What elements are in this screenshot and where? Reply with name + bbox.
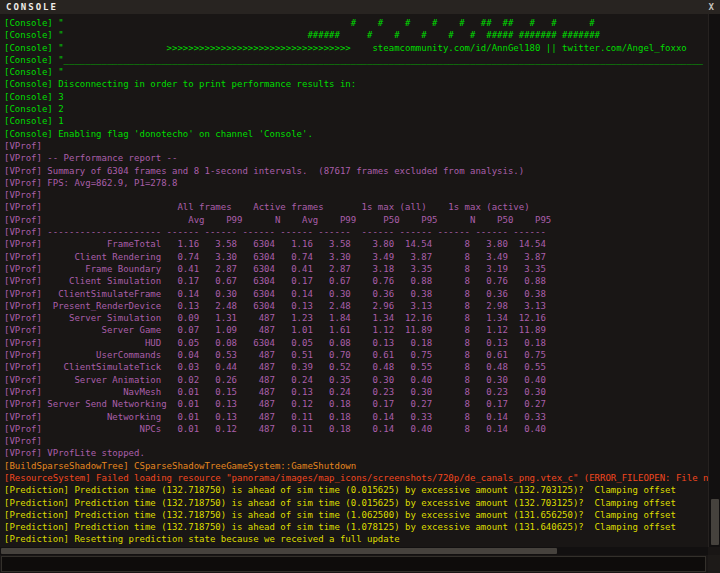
console-line: [VProf] HUD 0.05 0.08 6304 0.05 0.08 0.1…: [4, 337, 708, 349]
console-line: [VProf] ClientSimulateTick 0.03 0.44 487…: [4, 361, 708, 373]
console-line: [Prediction] Prediction time (132.718750…: [4, 509, 708, 521]
console-line: [Console] 1: [4, 115, 708, 127]
console-line: [VProf] Summary of 6304 frames and 8 1-s…: [4, 165, 708, 177]
console-output[interactable]: [Console] " # # # # # ## ## # # #[Consol…: [0, 14, 708, 547]
console-line: [Console] 2: [4, 103, 708, 115]
console-line: [VProf] -- Performance report --: [4, 152, 708, 164]
console-line: [Console] 3: [4, 91, 708, 103]
console-line: [Console] Disconnecting in order to prin…: [4, 78, 708, 90]
console-window: CONSOLE X [Console] " # # # # # ## ## # …: [0, 0, 720, 573]
console-line: [VProf] Server Send Networking 0.01 0.13…: [4, 398, 708, 410]
console-line: [Prediction] Prediction time (132.718750…: [4, 497, 708, 509]
console-line: [VProf] Present_RenderDevice 0.13 2.48 6…: [4, 300, 708, 312]
vertical-scrollbar[interactable]: [708, 14, 720, 547]
console-line: [VProf] ClientSimulateFrame 0.14 0.30 63…: [4, 288, 708, 300]
vertical-scrollbar-thumb[interactable]: [711, 499, 719, 545]
console-line: [VProf] Client Simulation 0.17 0.67 6304…: [4, 275, 708, 287]
command-input[interactable]: [1, 556, 706, 572]
close-button[interactable]: X: [709, 2, 714, 12]
console-line: [VProf] --------------------- ------ ---…: [4, 226, 708, 238]
console-line: [Prediction] Prediction time (132.718750…: [4, 484, 708, 496]
console-line: [VProf] FPS: Avg=862.9, P1=278.8: [4, 177, 708, 189]
console-line: [VProf] VProfLite stopped.: [4, 447, 708, 459]
console-line: [Prediction] Resetting prediction state …: [4, 533, 708, 545]
console-line: [Console] ": [4, 66, 708, 78]
console-line: [VProf] UserCommands 0.04 0.53 487 0.51 …: [4, 349, 708, 361]
window-title: CONSOLE: [6, 2, 58, 12]
console-line: [VProf] FrameTotal 1.16 3.58 6304 1.16 3…: [4, 238, 708, 250]
console-line: [VProf] Server Simulation 0.09 1.31 487 …: [4, 312, 708, 324]
console-line: [Console] " >>>>>>>>>>>>>>>>>>>>>>>>>>>>…: [4, 42, 708, 54]
horizontal-scrollbar[interactable]: [0, 547, 708, 555]
console-line: [BuildSparseShadowTree] CSparseShadowTre…: [4, 460, 708, 472]
horizontal-scrollbar-thumb[interactable]: [1, 548, 557, 554]
console-line: [VProf] NavMesh 0.01 0.15 487 0.13 0.24 …: [4, 386, 708, 398]
console-line: [ResourceSystem] Failed loading resource…: [4, 472, 708, 484]
titlebar[interactable]: CONSOLE X: [0, 0, 720, 14]
console-line: [Console] Enabling flag 'donotecho' on c…: [4, 128, 708, 140]
console-line: [Console] "_____________________________…: [4, 54, 708, 66]
console-line: [VProf] All frames Active frames 1s max …: [4, 201, 708, 213]
console-line: [Console] " ###### # # # # # ##### #####…: [4, 29, 708, 41]
scrollbar-corner: [708, 555, 720, 573]
console-line: [VProf]: [4, 435, 708, 447]
console-line: [VProf]: [4, 189, 708, 201]
console-line: [Console] " # # # # # ## ## # # #: [4, 17, 708, 29]
console-line: [VProf] NPCs 0.01 0.12 487 0.11 0.18 0.1…: [4, 423, 708, 435]
console-line: [Prediction] Prediction time (132.718750…: [4, 521, 708, 533]
console-line: [VProf] Client Rendering 0.74 3.30 6304 …: [4, 251, 708, 263]
console-line: [VProf] Server Game 0.07 1.09 487 1.01 1…: [4, 324, 708, 336]
console-line: [VProf] Server Animation 0.02 0.26 487 0…: [4, 374, 708, 386]
console-line: [VProf] Networking 0.01 0.13 487 0.11 0.…: [4, 411, 708, 423]
console-line: [VProf] Frame Boundary 0.41 2.87 6304 0.…: [4, 263, 708, 275]
console-line: [VProf]: [4, 140, 708, 152]
console-line: [VProf] Avg P99 N Avg P99 P50 P95 N P50 …: [4, 214, 708, 226]
